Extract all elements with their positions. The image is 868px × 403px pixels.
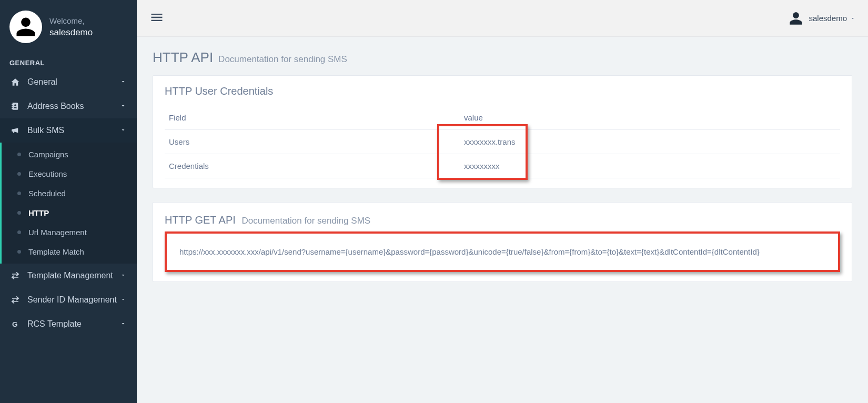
sidebar-item-label: Template Management — [27, 271, 120, 280]
sidebar-item-bulk-sms[interactable]: Bulk SMS — [0, 118, 137, 143]
sidebar-sub-template-match[interactable]: Template Match — [2, 242, 137, 261]
svg-text:G: G — [12, 320, 18, 328]
address-book-icon — [9, 102, 21, 111]
user-menu[interactable]: salesdemo — [789, 11, 855, 26]
chevron-down-icon — [850, 16, 855, 21]
chevron-down-icon — [120, 77, 127, 87]
user-menu-label: salesdemo — [809, 14, 847, 23]
bullet-icon — [17, 211, 21, 215]
sidebar-item-general[interactable]: General — [0, 70, 137, 94]
credentials-panel-title: HTTP User Credentials — [165, 85, 840, 97]
sidebar-sub-campaigns[interactable]: Campaigns — [2, 145, 137, 164]
chevron-down-icon — [120, 295, 127, 305]
table-header-row: Field value — [165, 106, 840, 130]
chevron-down-icon — [120, 102, 127, 111]
api-url-text: https://xxx.xxxxxxx.xxx/api/v1/send?user… — [179, 247, 760, 256]
sidebar-item-label: RCS Template — [27, 319, 120, 329]
cell-field: Users — [165, 130, 462, 154]
sidebar-sub-url-management[interactable]: Url Management — [2, 223, 137, 242]
sidebar-username: salesdemo — [49, 27, 93, 38]
person-icon — [15, 16, 37, 38]
welcome-text: Welcome, — [49, 16, 93, 25]
th-field: Field — [165, 106, 462, 130]
sidebar-sub-label: Campaigns — [28, 150, 68, 159]
sidebar-sub-http[interactable]: HTTP — [2, 203, 137, 223]
table-row: Credentials xxxxxxxxx — [165, 154, 840, 178]
cell-value: xxxxxxxxx — [462, 154, 840, 178]
page-title-subtitle: Documentation for sending SMS — [218, 54, 347, 65]
page-title-main: HTTP API — [153, 49, 213, 66]
sidebar: Welcome, salesdemo GENERAL General Addre… — [0, 0, 137, 403]
swap-icon — [9, 271, 21, 280]
sidebar-sub-label: HTTP — [28, 208, 49, 217]
bullet-icon — [17, 230, 21, 234]
sidebar-section-general: GENERAL — [0, 56, 137, 70]
chevron-down-icon — [120, 319, 127, 329]
sidebar-item-rcs-template[interactable]: G RCS Template — [0, 312, 137, 336]
sidebar-sub-label: Scheduled — [28, 189, 66, 198]
chevron-down-icon — [120, 271, 127, 280]
get-api-title-sub: Documentation for sending SMS — [241, 216, 370, 226]
menu-toggle-button[interactable] — [149, 10, 164, 27]
bullhorn-icon — [9, 126, 21, 135]
sidebar-item-template-management[interactable]: Template Management — [0, 264, 137, 288]
sidebar-sub-executions[interactable]: Executions — [2, 164, 137, 184]
get-api-panel-title: HTTP GET API Documentation for sending S… — [165, 214, 840, 226]
topbar: salesdemo — [137, 0, 868, 37]
table-row: Users xxxxxxxx.trans — [165, 130, 840, 154]
sidebar-item-label: Address Books — [27, 102, 120, 111]
sidebar-sub-label: Url Management — [28, 228, 87, 237]
cell-field: Credentials — [165, 154, 462, 178]
api-url-box: https://xxx.xxxxxxx.xxx/api/v1/send?user… — [165, 231, 840, 272]
cell-value: xxxxxxxx.trans — [462, 130, 840, 154]
avatar — [9, 11, 42, 43]
get-api-title-main: HTTP GET API — [165, 214, 236, 226]
sidebar-sub-label: Template Match — [28, 247, 84, 256]
swap-icon — [9, 295, 21, 305]
sidebar-sub-label: Executions — [28, 169, 67, 178]
sidebar-item-sender-id-management[interactable]: Sender ID Management — [0, 288, 137, 312]
g-letter-icon: G — [9, 319, 21, 329]
credentials-panel: HTTP User Credentials Field value Users … — [153, 75, 852, 188]
sidebar-subnav-bulk-sms: Campaigns Executions Scheduled HTTP Url … — [0, 143, 137, 264]
sidebar-sub-scheduled[interactable]: Scheduled — [2, 184, 137, 203]
bullet-icon — [17, 250, 21, 254]
sidebar-item-address-books[interactable]: Address Books — [0, 94, 137, 118]
sidebar-item-label: Bulk SMS — [27, 126, 120, 135]
bullet-icon — [17, 172, 21, 176]
bullet-icon — [17, 192, 21, 195]
page-title: HTTP API Documentation for sending SMS — [153, 49, 852, 66]
sidebar-item-label: General — [27, 77, 120, 87]
main-area: salesdemo HTTP API Documentation for sen… — [137, 0, 868, 403]
sidebar-profile: Welcome, salesdemo — [0, 0, 137, 56]
home-icon — [9, 77, 21, 87]
chevron-down-icon — [120, 126, 127, 135]
person-icon — [789, 11, 803, 26]
get-api-panel: HTTP GET API Documentation for sending S… — [153, 202, 852, 282]
th-value: value — [462, 106, 840, 130]
hamburger-icon — [149, 10, 164, 25]
sidebar-item-label: Sender ID Management — [27, 295, 120, 305]
bullet-icon — [17, 153, 21, 156]
credentials-table: Field value Users xxxxxxxx.trans Credent… — [165, 106, 840, 178]
